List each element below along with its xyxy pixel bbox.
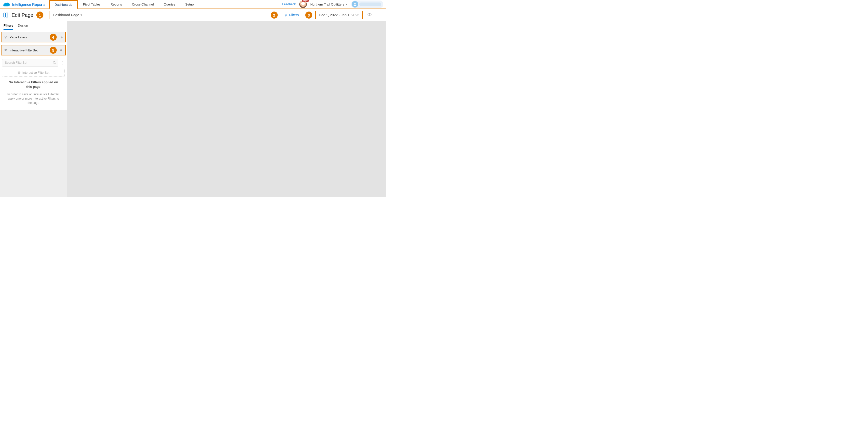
eye-icon bbox=[367, 12, 372, 17]
callout-5: 5 bbox=[50, 46, 57, 54]
nav-tabs: Dashboards Pivot Tables Reports Cross-Ch… bbox=[49, 0, 199, 8]
svg-rect-1 bbox=[4, 13, 5, 17]
sidebar-empty-area bbox=[0, 110, 67, 197]
svg-point-3 bbox=[369, 14, 370, 15]
callout-1: 1 bbox=[36, 11, 43, 19]
add-filterset-label: Interactive FilterSet bbox=[22, 71, 50, 74]
svg-point-4 bbox=[6, 50, 6, 50]
page-filters-section[interactable]: Page Filters ▴▾ 4 bbox=[1, 32, 66, 42]
sidebar-tab-filters[interactable]: Filters bbox=[3, 24, 13, 30]
feedback-link[interactable]: Feedback bbox=[282, 2, 296, 6]
topnav-right: Feedback 99+ Northern Trail Outfitters ▼ bbox=[282, 0, 386, 8]
svg-point-0 bbox=[354, 3, 355, 4]
nav-tab-dashboards[interactable]: Dashboards bbox=[49, 0, 78, 9]
profile-placeholder bbox=[359, 2, 381, 6]
preview-button[interactable] bbox=[366, 12, 373, 18]
callout-4: 4 bbox=[50, 34, 57, 41]
brand-area: Intelligence Reports bbox=[0, 0, 49, 9]
nav-tab-setup[interactable]: Setup bbox=[180, 0, 199, 8]
brand-title: Intelligence Reports bbox=[12, 2, 45, 6]
interactive-filterset-section[interactable]: Interactive FilterSet 5 bbox=[1, 45, 66, 56]
interactive-filterset-label: Interactive FilterSet bbox=[9, 49, 38, 52]
workspace-switcher[interactable]: Northern Trail Outfitters ▼ bbox=[310, 2, 348, 6]
sliders-icon bbox=[4, 49, 7, 52]
user-avatar-icon bbox=[352, 1, 358, 7]
nav-tab-pivot-tables[interactable]: Pivot Tables bbox=[78, 0, 105, 8]
collapse-icon[interactable] bbox=[59, 48, 63, 53]
sidebar-tabs: Filters Design bbox=[0, 21, 67, 30]
assistant-avatar[interactable]: 99+ bbox=[299, 0, 307, 8]
page-name-input[interactable]: Dashboard Page 1 bbox=[49, 11, 86, 19]
filters-button[interactable]: Filters bbox=[281, 11, 302, 19]
page-more-menu[interactable]: ⋮ bbox=[376, 13, 384, 17]
salesforce-cloud-icon bbox=[2, 1, 10, 7]
page-filters-label: Page Filters bbox=[9, 35, 27, 39]
svg-point-5 bbox=[5, 51, 6, 51]
svg-point-6 bbox=[53, 61, 55, 63]
page-title: Edit Page bbox=[11, 12, 33, 18]
date-range-value: Dec 1, 2022 - Jan 1, 2023 bbox=[319, 13, 359, 17]
add-interactive-filterset-button[interactable]: Interactive FilterSet bbox=[2, 69, 65, 76]
profile-chip[interactable] bbox=[351, 0, 383, 8]
date-range-picker[interactable]: Dec 1, 2022 - Jan 1, 2023 bbox=[315, 11, 363, 19]
workspace-label: Northern Trail Outfitters bbox=[310, 2, 344, 6]
notification-badge: 99+ bbox=[302, 0, 309, 2]
top-nav: Intelligence Reports Dashboards Pivot Ta… bbox=[0, 0, 386, 9]
page-header: Edit Page 1 Dashboard Page 1 2 Filters 3… bbox=[0, 9, 386, 21]
search-filterset-input[interactable] bbox=[2, 59, 58, 66]
dashboard-canvas[interactable] bbox=[67, 21, 386, 197]
nav-tab-queries[interactable]: Queries bbox=[159, 0, 180, 8]
filter-icon bbox=[284, 13, 288, 17]
expand-collapse-icon[interactable]: ▴▾ bbox=[61, 36, 63, 39]
filterset-more-menu[interactable]: ⋮ bbox=[60, 60, 65, 65]
filters-label: Filters bbox=[289, 13, 299, 17]
caret-down-icon: ▼ bbox=[345, 3, 348, 6]
nav-tab-cross-channel[interactable]: Cross-Channel bbox=[127, 0, 159, 8]
nav-tab-reports[interactable]: Reports bbox=[105, 0, 127, 8]
search-icon bbox=[53, 61, 56, 65]
filter-icon bbox=[4, 35, 7, 39]
empty-state-subtext: In order to save an Interactive FilterSe… bbox=[2, 92, 65, 105]
layout-icon bbox=[3, 12, 8, 18]
plus-circle-icon bbox=[17, 71, 21, 74]
left-panel: Filters Design Page Filters ▴▾ 4 Interac… bbox=[0, 21, 67, 197]
filterset-body: ⋮ Interactive FilterSet No Interactive F… bbox=[0, 57, 67, 110]
svg-rect-2 bbox=[5, 13, 8, 17]
sidebar-tab-design[interactable]: Design bbox=[18, 24, 28, 30]
callout-2: 2 bbox=[271, 11, 278, 19]
callout-3: 3 bbox=[305, 11, 312, 19]
empty-state-heading: No Interactive Filters applied on this p… bbox=[2, 79, 65, 90]
page-name-value: Dashboard Page 1 bbox=[53, 13, 82, 17]
